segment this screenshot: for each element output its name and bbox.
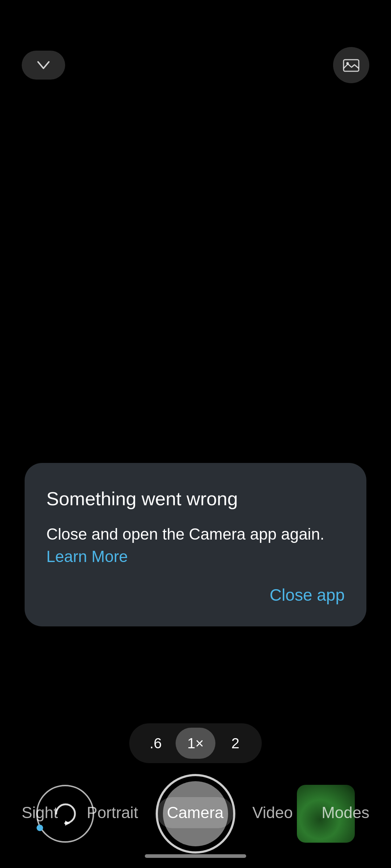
learn-more-link[interactable]: Learn More [46,548,128,565]
chevron-down-icon [34,56,52,74]
gallery-icon [341,55,361,75]
chevron-down-button[interactable] [22,51,65,80]
zoom-controls: .6 1× 2 [129,723,262,763]
mode-portrait-label: Portrait [87,804,138,822]
zoom-06-button[interactable]: .6 [136,728,176,759]
error-body: Close and open the Camera app again. Lea… [46,523,345,567]
mode-modes[interactable]: Modes [311,797,379,828]
mode-camera-label: Camera [167,804,224,822]
mode-camera[interactable]: Camera [157,797,234,828]
error-dialog: Something went wrong Close and open the … [25,463,366,626]
mode-modes-label: Modes [321,804,369,822]
mode-sight-dot [37,825,43,831]
mode-sight-label: Sight [22,804,58,822]
gallery-button[interactable] [333,47,369,83]
mode-portrait[interactable]: Portrait [77,797,148,828]
mode-video[interactable]: Video [242,797,303,828]
zoom-1x-button[interactable]: 1× [176,728,215,759]
error-body-text: Close and open the Camera app again. [46,525,324,543]
svg-point-1 [346,62,349,65]
error-title: Something went wrong [46,488,345,510]
home-indicator [145,854,246,858]
zoom-2x-button[interactable]: 2 [215,728,255,759]
top-bar [0,47,391,83]
mode-bar: Sight Portrait Camera Video Modes [0,797,391,828]
close-app-button-container: Close app [46,585,345,605]
mode-sight[interactable]: Sight [12,797,68,828]
mode-video-label: Video [252,804,293,822]
close-app-button[interactable]: Close app [270,585,345,605]
